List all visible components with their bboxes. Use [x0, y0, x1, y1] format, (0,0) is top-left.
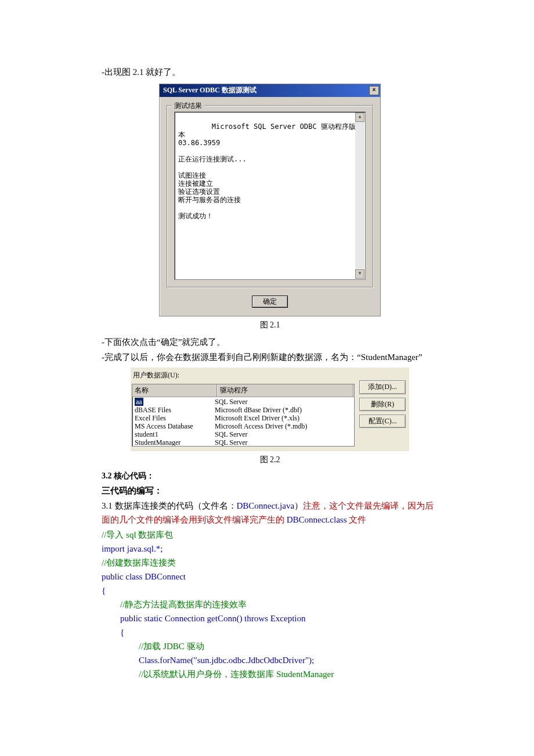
code-line-method: public static Connection getConn() throw… [102, 611, 438, 625]
col-driver-header[interactable]: 驱动程序 [218, 384, 354, 397]
figure-2-1-caption: 图 2.1 [102, 319, 438, 332]
code-comment-2: //创建数据库连接类 [102, 556, 438, 570]
table-row[interactable]: MS Access DatabaseMicrosoft Access Drive… [132, 422, 354, 430]
code-line-import: import java.sql.*; [102, 542, 438, 556]
para-3-1: 3.1 数据库连接类的代码（文件名：DBConnect.java）注意，这个文件… [102, 499, 438, 527]
body-line-3: -完成了以后，你会在数据源里看到自己刚刚新建的数据源，名为：“StudentMa… [102, 350, 438, 364]
code-line-brace2: { [102, 625, 438, 639]
table-row[interactable]: aaSQL Server [132, 398, 354, 406]
user-data-sources-panel: 用户数据源(U): 名称 驱动程序 aaSQL ServerdBASE File… [131, 368, 409, 451]
scrollbar[interactable]: ▲ ▼ [355, 113, 365, 279]
groupbox-label: 测试结果 [172, 100, 204, 111]
table-row[interactable]: student1SQL Server [132, 430, 354, 438]
delete-button[interactable]: 删除(R) [359, 398, 406, 411]
code-line-forname: Class.forName("sun.jdbc.odbc.JdbcOdbcDri… [102, 653, 438, 667]
table-row[interactable]: dBASE FilesMicrosoft dBase Driver (*.dbf… [132, 406, 354, 414]
odbc-test-dialog: SQL Server ODBC 数据源测试 × 测试结果 Microsoft S… [159, 84, 381, 316]
scroll-up-icon[interactable]: ▲ [355, 113, 365, 122]
dialog-title: SQL Server ODBC 数据源测试 [163, 85, 369, 96]
user-ds-label: 用户数据源(U): [132, 369, 355, 383]
code-line-brace1: { [102, 584, 438, 597]
scroll-down-icon[interactable]: ▼ [355, 269, 365, 279]
table-row[interactable]: Excel FilesMicrosoft Excel Driver (*.xls… [132, 414, 354, 422]
section-3-2-heading: 3.2 核心代码： [102, 470, 438, 483]
body-line-2: -下面依次点击“确定”就完成了。 [102, 335, 438, 349]
subheading-codewriting: 三代码的编写： [102, 484, 438, 498]
code-comment-1: //导入 sql 数据库包 [102, 528, 438, 542]
ok-button[interactable]: 确定 [252, 296, 288, 308]
close-icon[interactable]: × [369, 86, 379, 95]
add-button[interactable]: 添加(D)... [359, 380, 406, 394]
test-results-groupbox: 测试结果 Microsoft SQL Server ODBC 驱动程序版本 03… [167, 105, 373, 287]
figure-2-2-caption: 图 2.2 [102, 453, 438, 466]
user-ds-listview[interactable]: 名称 驱动程序 aaSQL ServerdBASE FilesMicrosoft… [132, 384, 355, 447]
code-comment-3: //静态方法提高数据库的连接效率 [102, 597, 438, 611]
test-results-textarea[interactable]: Microsoft SQL Server ODBC 驱动程序版本 03.86.3… [174, 111, 366, 280]
col-name-header[interactable]: 名称 [132, 384, 218, 397]
body-line-1: -出现图 2.1 就好了。 [102, 65, 438, 79]
configure-button[interactable]: 配置(C)... [359, 415, 406, 428]
table-row[interactable]: StudentManagerSQL Server [132, 438, 354, 447]
scroll-track[interactable] [355, 122, 365, 269]
listview-header[interactable]: 名称 驱动程序 [132, 384, 354, 397]
code-comment-5: //以系统默认用户身份，连接数据库 StudentManager [102, 667, 438, 681]
code-line-class: public class DBConnect [102, 570, 438, 584]
dialog-titlebar[interactable]: SQL Server ODBC 数据源测试 × [160, 84, 380, 97]
test-results-text: Microsoft SQL Server ODBC 驱动程序版本 03.86.3… [178, 123, 356, 220]
code-comment-4: //加载 JDBC 驱动 [102, 639, 438, 653]
